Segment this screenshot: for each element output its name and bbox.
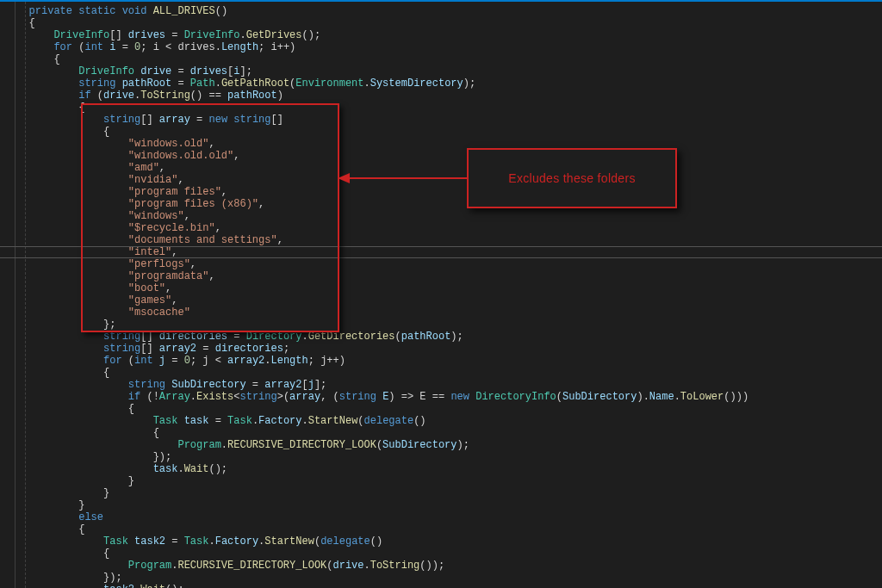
- structure-guide: [25, 2, 26, 588]
- svg-marker-1: [338, 173, 350, 183]
- structure-guide: [15, 2, 16, 588]
- annotation-text: Excludes these folders: [508, 172, 635, 184]
- annotation-label-box: Excludes these folders: [467, 148, 677, 208]
- annotation-highlight-box: [81, 103, 339, 332]
- code-editor[interactable]: private static void ALL_DRIVES() { Drive…: [0, 0, 882, 588]
- annotation-arrow: [336, 170, 474, 187]
